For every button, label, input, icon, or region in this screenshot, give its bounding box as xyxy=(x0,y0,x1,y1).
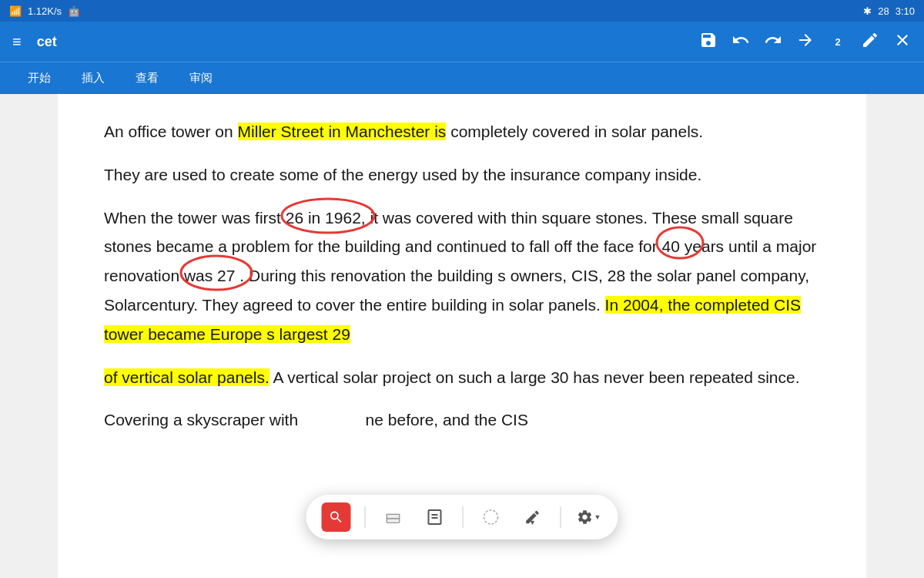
tab-insert[interactable]: 插入 xyxy=(66,65,120,92)
save-icon[interactable] xyxy=(699,31,718,53)
ribbon: 开始 插入 查看 审阅 xyxy=(0,62,924,94)
bluetooth-icon: ✱ xyxy=(863,5,872,17)
highlight-3: of vertical solar panels. xyxy=(104,368,270,386)
svg-point-0 xyxy=(282,199,374,233)
time-display: 3:10 xyxy=(896,5,915,17)
undo-icon[interactable] xyxy=(732,31,750,53)
svg-point-2 xyxy=(181,256,252,290)
circled-27: was 27 . xyxy=(184,261,244,291)
tab-view[interactable]: 查看 xyxy=(120,65,174,92)
paragraph-1: An office tower on Miller Street in Manc… xyxy=(104,117,820,146)
pencil-icon[interactable] xyxy=(861,31,879,53)
battery-level: 28 xyxy=(878,5,889,17)
pen-tool-btn[interactable]: ▼ xyxy=(519,503,547,531)
para2-text: They are used to create some of the ener… xyxy=(104,166,701,183)
paragraph-5: Covering a skyscraper with ne before, an… xyxy=(104,405,820,435)
tab-start[interactable]: 开始 xyxy=(12,65,66,92)
menu-icon[interactable]: ≡ xyxy=(12,33,22,51)
para5-text: Covering a skyscraper with ne before, an… xyxy=(104,411,528,428)
para4-text: of vertical solar panels. A vertical sol… xyxy=(104,368,800,386)
toolbar-sep-3 xyxy=(561,506,561,528)
svg-rect-4 xyxy=(387,514,400,519)
tab-review[interactable]: 审阅 xyxy=(174,65,228,92)
wifi-icon: 📶 xyxy=(9,5,22,17)
document-area: An office tower on Miller Street in Manc… xyxy=(0,94,924,578)
status-bar: 📶 1.12K/s 🤖 ✱ 28 3:10 xyxy=(0,0,924,22)
eraser-tool-btn[interactable] xyxy=(380,503,407,531)
paragraph-2: They are used to create some of the ener… xyxy=(104,160,820,190)
highlight-tool-btn[interactable] xyxy=(322,502,351,532)
circle-tool-btn[interactable] xyxy=(477,503,505,531)
toolbar-sep-2 xyxy=(463,506,464,528)
svg-point-8 xyxy=(484,510,498,524)
svg-point-1 xyxy=(657,227,703,258)
circled-26: 26 in 1962, it xyxy=(286,203,378,233)
highlight-1: Miller Street in Manchester is xyxy=(238,123,447,140)
status-left: 📶 1.12K/s 🤖 xyxy=(9,5,80,17)
title-actions: 2 xyxy=(699,31,912,53)
close-icon[interactable] xyxy=(893,31,912,53)
toolbar-sep-1 xyxy=(365,506,366,528)
title-bar: ≡ cet 2 xyxy=(0,22,924,62)
circled-40: 40 xyxy=(662,232,680,261)
wifi-speed: 1.12K/s xyxy=(28,5,62,17)
para1-text: An office tower on Miller Street in Manc… xyxy=(104,123,703,140)
paragraph-3: When the tower was first 26 in 1962, it … xyxy=(104,203,820,349)
svg-rect-3 xyxy=(387,519,400,523)
settings-tool-btn[interactable]: ▼ xyxy=(575,503,603,531)
paragraph-4: of vertical solar panels. A vertical sol… xyxy=(104,363,820,392)
annotation-toolbar: ▼ ▼ xyxy=(306,495,618,539)
android-icon: 🤖 xyxy=(68,5,80,17)
highlight-2: In 2004, the completed CIS tower became … xyxy=(104,296,801,343)
forward-icon[interactable] xyxy=(796,31,815,53)
redo-icon[interactable] xyxy=(764,31,782,53)
para3-text: When the tower was first 26 in 1962, it … xyxy=(104,209,816,343)
num-badge: 2 xyxy=(829,33,846,50)
app-title: cet xyxy=(37,34,684,50)
document-page: An office tower on Miller Street in Manc… xyxy=(58,94,866,578)
status-right: ✱ 28 3:10 xyxy=(863,5,915,17)
bookmark-tool-btn[interactable] xyxy=(421,503,449,531)
